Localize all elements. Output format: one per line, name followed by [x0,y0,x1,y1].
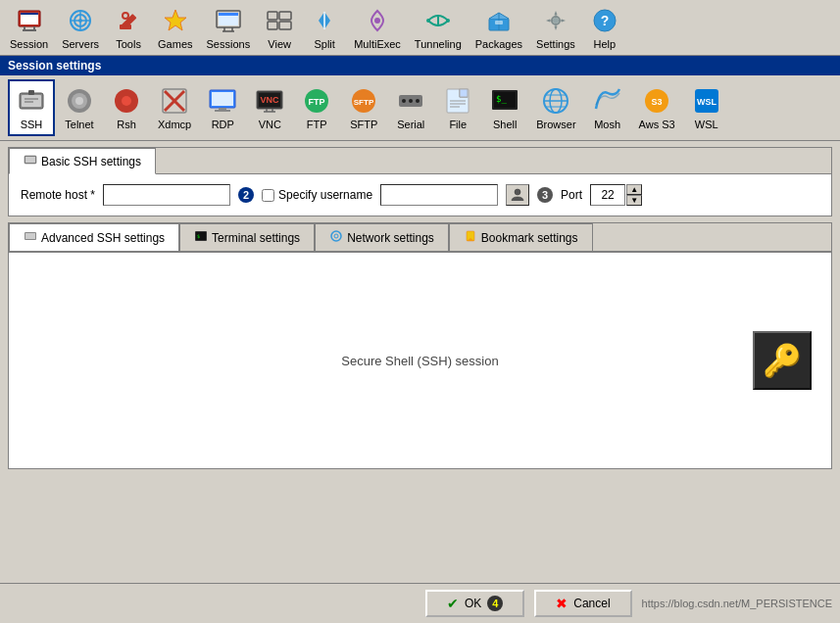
svg-point-34 [553,18,559,24]
toolbar-view-label: View [268,38,291,50]
protocol-serial[interactable]: Serial [388,80,433,135]
basic-settings-section: Basic SSH settings Remote host * 2 Speci… [8,147,832,216]
remote-host-label: Remote host * [21,188,95,202]
view-icon [264,5,295,36]
protocol-xdmcp-label: Xdmcp [158,119,191,130]
ok-check-icon: ✔ [447,596,459,611]
toolbar-games[interactable]: Games [152,2,198,53]
basic-tab-bar: Basic SSH settings [9,148,831,174]
svg-point-28 [446,19,450,23]
remote-host-input[interactable] [103,184,230,206]
svg-text:SFTP: SFTP [354,98,374,107]
basic-ssh-tab-icon [24,153,37,169]
svg-rect-69 [460,89,468,97]
toolbar-session[interactable]: Session [4,2,54,53]
port-increment-button[interactable]: ▲ [626,184,642,195]
basic-settings-body: Remote host * 2 Specify username 3 Port [9,174,831,216]
toolbar-help[interactable]: ? Help [583,2,626,53]
basic-ssh-tab[interactable]: Basic SSH settings [9,148,156,174]
protocol-rdp[interactable]: RDP [200,80,245,135]
svg-rect-17 [219,13,238,16]
sessions-icon [213,5,244,36]
multiexec-icon [362,5,393,36]
protocol-xdmcp[interactable]: Xdmcp [151,80,198,135]
rdp-icon [207,85,238,117]
advanced-settings-body: Secure Shell (SSH) session 🔑 [9,253,831,468]
ssh-description: Secure Shell (SSH) session [341,354,498,368]
svg-point-13 [123,13,128,19]
toolbar-tools[interactable]: Tools [107,2,150,53]
ftp-icon: FTP [301,85,332,117]
toolbar-multiexec[interactable]: MultiExec [348,2,407,53]
xdmcp-icon [159,85,190,117]
bookmark-settings-tab-icon [464,229,477,246]
network-settings-tab[interactable]: Network settings [315,223,449,251]
main-toolbar: Session Servers Tools [0,0,840,56]
settings-icon [540,5,571,36]
toolbar-servers[interactable]: Servers [56,2,105,53]
protocol-sftp[interactable]: SFTP SFTP [341,80,386,135]
toolbar-view[interactable]: View [258,2,301,53]
person-browse-button[interactable] [506,184,529,206]
ok-button[interactable]: ✔ OK 4 [425,590,524,617]
protocol-vnc[interactable]: VNC VNC [247,80,292,135]
toolbar-sessions-label: Sessions [207,38,251,50]
split-icon [309,5,340,36]
toolbar-packages[interactable]: Packages [469,2,528,53]
advanced-ssh-tab[interactable]: Advanced SSH settings [9,223,179,251]
remote-host-badge: 2 [238,187,254,203]
protocol-telnet[interactable]: Telnet [57,80,102,135]
svg-text:$_: $_ [496,94,507,104]
aws-s3-icon: S3 [641,85,672,117]
bookmark-settings-tab[interactable]: Bookmark settings [449,223,593,251]
protocol-browser[interactable]: Browser [529,80,582,135]
protocol-ssh[interactable]: SSH [8,79,55,136]
svg-text:WSL: WSL [697,97,716,107]
toolbar-tunneling-label: Tunneling [415,38,462,50]
toolbar-games-label: Games [158,38,192,50]
svg-rect-51 [212,92,233,106]
specify-username-checkbox[interactable] [262,189,274,202]
port-input[interactable] [590,184,625,206]
port-decrement-button[interactable]: ▼ [626,195,642,206]
protocol-bar: SSH Telnet Rsh Xd [0,75,840,141]
basic-ssh-tab-label: Basic SSH settings [41,155,141,168]
serial-icon [395,85,426,117]
bottom-bar: ✔ OK 4 ✖ Cancel https://blog.csdn.net/M_… [0,583,840,623]
ok-badge: 4 [487,596,503,611]
protocol-vnc-label: VNC [259,119,281,130]
specify-username-checkbox-label[interactable]: Specify username [262,188,372,202]
cancel-button[interactable]: ✖ Cancel [534,590,631,617]
protocol-mosh[interactable]: Mosh [585,80,630,135]
tools-icon [113,5,144,36]
toolbar-split[interactable]: Split [303,2,346,53]
protocol-file[interactable]: File [435,80,480,135]
toolbar-sessions[interactable]: Sessions [201,2,257,53]
toolbar-tunneling[interactable]: Tunneling [409,2,468,53]
toolbar-settings[interactable]: Settings [530,2,581,53]
protocol-aws-s3-label: Aws S3 [639,119,675,130]
svg-rect-41 [28,90,34,95]
svg-text:VNC: VNC [261,95,280,105]
protocol-shell[interactable]: $_ Shell [482,80,527,135]
ok-label: OK [465,597,481,610]
toolbar-packages-label: Packages [475,38,522,50]
svg-rect-24 [279,22,291,29]
svg-text:FTP: FTP [309,97,325,107]
svg-rect-22 [279,12,291,20]
terminal-settings-tab[interactable]: $ Terminal settings [179,223,315,251]
ssh-key-icon: 🔑 [763,342,802,379]
toolbar-session-label: Session [10,38,48,50]
protocol-rsh[interactable]: Rsh [104,80,149,135]
protocol-serial-label: Serial [397,119,424,130]
protocol-wsl[interactable]: WSL WSL [684,80,729,135]
svg-rect-12 [120,24,131,29]
cancel-x-icon: ✖ [556,596,568,611]
ssh-protocol-icon [16,85,47,117]
protocol-ftp[interactable]: FTP FTP [294,80,339,135]
mosh-icon [592,85,623,117]
protocol-aws-s3[interactable]: S3 Aws S3 [632,80,682,135]
username-input[interactable] [380,184,498,206]
bookmark-settings-tab-label: Bookmark settings [481,231,578,245]
servers-icon [65,5,96,36]
